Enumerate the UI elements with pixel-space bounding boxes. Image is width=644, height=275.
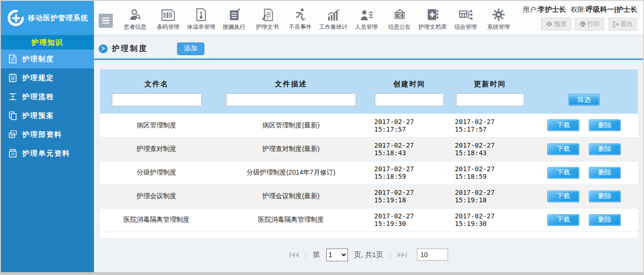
col-header-created: 创建时间: [369, 69, 449, 92]
toolbar-item-label: 医嘱执行: [223, 23, 246, 31]
toolbar-item-nursing-doc-lib[interactable]: 护理文档库: [416, 1, 449, 34]
delete-button[interactable]: 删除: [589, 119, 621, 131]
updated-time-cell: 2017-02-27 15:17:57: [449, 114, 530, 137]
col-header-filename: 文件名: [100, 69, 213, 92]
temp-sheet-mgmt-icon: [195, 6, 207, 21]
app-logo-icon: [7, 9, 24, 26]
table-row: 护理会议制度 护理会议制度(最新) 2017-02-27 15:19:18 20…: [100, 184, 638, 208]
page-title: 护理制度: [112, 44, 148, 54]
app-title: 移动医护管理系统: [28, 14, 88, 23]
topbar: 患者信息 条码管理 体温单管理 医嘱执行 护理文书 不良事件 工作量统计 人员管…: [94, 1, 643, 35]
delete-button[interactable]: 删除: [589, 167, 621, 179]
logout-button[interactable]: 退出: [608, 17, 637, 31]
file-name-cell: 分级护理制度: [100, 161, 213, 184]
page-select[interactable]: 1: [326, 249, 348, 261]
col-header-description: 文件描述: [213, 69, 369, 92]
toolbar-item-nursing-doc[interactable]: 护理文书: [251, 1, 284, 34]
created-time-cell: 2017-02-27 15:17:57: [369, 114, 449, 137]
toolbar-item-adverse-event[interactable]: 不良事件: [284, 1, 317, 34]
pagination-separator: |: [305, 250, 307, 259]
flow-icon: [8, 92, 17, 101]
cards-icon: [8, 130, 17, 139]
sidebar-item-nursing-system[interactable]: 护理制度: [1, 50, 94, 68]
sidebar-item-nursing-regulation[interactable]: 护理规定: [1, 68, 94, 87]
filter-created-input[interactable]: [375, 93, 444, 106]
toolbar-item-order-exec[interactable]: 医嘱执行: [218, 1, 251, 34]
toolbar: 患者信息 条码管理 体温单管理 医嘱执行 护理文书 不良事件 工作量统计 人员管…: [119, 1, 515, 34]
toolbar-item-info-notice[interactable]: 信息公告: [383, 1, 416, 34]
download-button[interactable]: 下载: [547, 191, 579, 202]
toolbar-item-label: 不良事件: [289, 23, 312, 31]
add-button[interactable]: 添加: [177, 42, 204, 55]
filter-updated-input[interactable]: [456, 93, 524, 106]
delete-button[interactable]: 删除: [589, 214, 621, 226]
delete-button[interactable]: 删除: [589, 143, 621, 155]
toolbar-item-system-mgmt[interactable]: 系统管理: [482, 1, 515, 34]
delete-button[interactable]: 删除: [589, 191, 621, 202]
adverse-event-icon: [294, 6, 307, 21]
toolbar-item-patient-info[interactable]: 患者信息: [119, 1, 152, 34]
toolbar-item-temp-sheet-mgmt[interactable]: 体温单管理: [185, 1, 218, 34]
page-header: > 护理制度 添加: [94, 35, 643, 56]
updated-time-cell: 2017-02-27 15:19:18: [449, 184, 530, 208]
last-page-icon[interactable]: [398, 251, 407, 258]
notebook-icon: [8, 73, 17, 83]
toolbar-item-label: 护理文档库: [418, 23, 447, 31]
col-header-updated: 更新时间: [449, 69, 530, 92]
table-row: 病区管理制度 病区管理制度(最新) 2017-02-27 15:17:57 20…: [100, 114, 638, 137]
sidebar-item-label: 护理部资料: [22, 130, 62, 139]
created-time-cell: 2017-02-27 15:19:30: [369, 208, 449, 232]
table-filter-row: 筛选: [100, 92, 638, 114]
sidebar-item-nursing-unit-data[interactable]: 护理单元资料: [1, 144, 94, 163]
filter-button[interactable]: 筛选: [568, 94, 600, 106]
toolbar-item-label: 患者信息: [124, 23, 146, 31]
download-button[interactable]: 下载: [547, 119, 579, 131]
sidebar: 移动医护管理系统 护理知识 护理制度 护理规定 护理流程 护理预案 护理部资料 …: [1, 1, 94, 272]
created-time-cell: 2017-02-27 15:18:59: [369, 161, 449, 184]
user-box: 用户:李护士长 权限:呼吸科一|护士长 预览 打印 退出: [523, 1, 639, 34]
page-size-input[interactable]: [417, 249, 448, 261]
first-page-icon[interactable]: [289, 251, 299, 258]
toolbar-item-label: 信息公告: [388, 23, 411, 31]
file-description-cell: 分级护理制度(2014年7月修订): [213, 161, 369, 184]
file-table: 文件名 文件描述 创建时间 更新时间 筛选: [100, 69, 638, 232]
toolbar-item-label: 护理文书: [256, 23, 279, 31]
sidebar-section-header: 护理知识: [1, 35, 94, 50]
sidebar-item-label: 护理规定: [22, 74, 54, 83]
preview-button[interactable]: 预览: [541, 17, 571, 31]
table-body: 病区管理制度 病区管理制度(最新) 2017-02-27 15:17:57 20…: [100, 114, 638, 232]
print-button[interactable]: 打印: [575, 17, 604, 31]
toolbar-item-barcode-mgmt[interactable]: 条码管理: [152, 1, 185, 34]
sidebar-item-nursing-plan[interactable]: 护理预案: [1, 106, 94, 125]
table-row: 分级护理制度 分级护理制度(2014年7月修订) 2017-02-27 15:1…: [100, 161, 638, 184]
eye-icon: [546, 22, 553, 26]
filter-description-input[interactable]: [226, 93, 356, 106]
file-name-cell: 医院消毒隔离管理制度: [100, 208, 213, 232]
toolbar-item-staff-mgmt[interactable]: 人员管理: [350, 1, 383, 34]
file-list-panel: 文件名 文件描述 创建时间 更新时间 筛选: [100, 69, 638, 238]
download-button[interactable]: 下载: [547, 214, 579, 226]
updated-time-cell: 2017-02-27 15:18:43: [449, 137, 530, 161]
clipboard-icon: [8, 111, 17, 120]
sidebar-item-nursing-process[interactable]: 护理流程: [1, 87, 94, 106]
sidebar-item-nursing-dept-data[interactable]: 护理部资料: [1, 125, 94, 144]
nursing-doc-lib-icon: [427, 6, 439, 21]
file-description-cell: 护理会议制度(最新): [213, 184, 369, 208]
logout-icon: [613, 21, 619, 27]
table-row: 医院消毒隔离管理制度 医院消毒隔离管理制度 2017-02-27 15:19:3…: [100, 208, 638, 232]
user-name: 李护士长: [538, 5, 566, 13]
toolbar-item-workload-stats[interactable]: 工作量统计: [317, 1, 350, 34]
updated-time-cell: 2017-02-27 15:18:59: [449, 161, 530, 184]
download-button[interactable]: 下载: [547, 167, 579, 179]
comprehensive-mgmt-icon: [459, 6, 473, 21]
sidebar-item-label: 护理流程: [22, 92, 54, 101]
pagination: | 第 1 页, 共1页 |: [94, 249, 643, 261]
toolbar-item-label: 综合管理: [454, 23, 477, 31]
menu-toggle-button[interactable]: [99, 14, 113, 28]
pagination-separator: |: [389, 250, 391, 259]
download-button[interactable]: 下载: [547, 143, 579, 155]
app-window: 移动医护管理系统 护理知识 护理制度 护理规定 护理流程 护理预案 护理部资料 …: [0, 0, 644, 275]
nursing-doc-icon: [262, 6, 273, 21]
toolbar-item-comprehensive-mgmt[interactable]: 综合管理: [449, 1, 482, 34]
filter-filename-input[interactable]: [112, 93, 202, 106]
